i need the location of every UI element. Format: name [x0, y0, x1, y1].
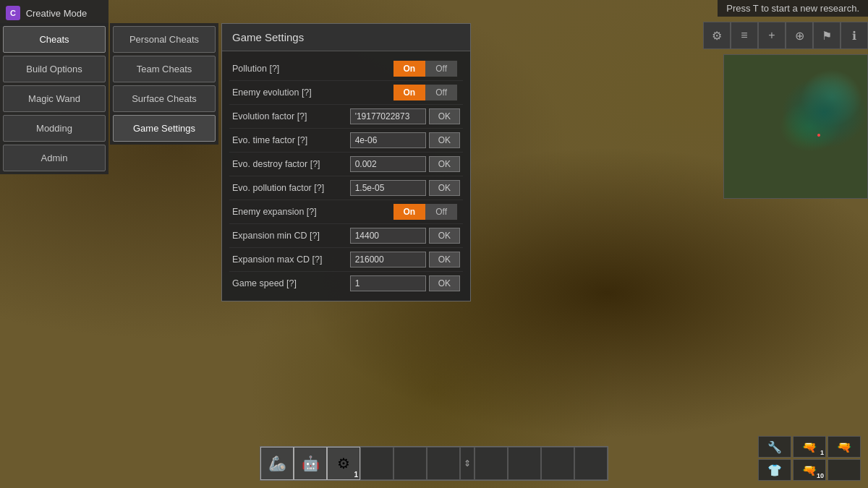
weapon-slot-2[interactable]: 🔫 1: [793, 436, 826, 458]
input-expansion-max-cd[interactable]: [350, 252, 426, 267]
toggle-pollution-off[interactable]: Off: [425, 61, 457, 77]
armor-icon: 👕: [767, 463, 782, 477]
toggle-enemy-evolution-off[interactable]: Off: [425, 85, 457, 100]
input-expansion-min-cd[interactable]: [350, 228, 426, 244]
submenu-surface-cheats[interactable]: Surface Cheats: [113, 85, 216, 112]
minimap-inner: [724, 55, 867, 198]
weapon-slot-1[interactable]: 🔧: [758, 436, 791, 458]
setting-row-evo-time-factor: Evo. time factor [?] OK: [229, 129, 463, 153]
weapon-row-2: 👕 🔫 10: [758, 459, 861, 481]
input-game-speed[interactable]: [350, 275, 426, 291]
setting-label-enemy-evolution: Enemy evolution [?]: [232, 87, 393, 98]
minimap[interactable]: [723, 54, 868, 199]
input-evolution-factor[interactable]: [350, 108, 426, 124]
hotbar-slot-6[interactable]: [427, 447, 460, 480]
ammo-icon: 🔫: [802, 463, 817, 477]
setting-row-evo-pollution-factor: Evo. pollution factor [?] OK: [229, 176, 463, 200]
setting-row-game-speed: Game speed [?] OK: [229, 272, 463, 295]
ok-evolution-factor[interactable]: OK: [429, 108, 460, 124]
top-notification: Press T to start a new research.: [718, 0, 868, 17]
setting-label-pollution: Pollution [?]: [232, 64, 393, 74]
weapon-count-2: 1: [820, 449, 824, 456]
weapon-icon-1: 🔧: [767, 440, 782, 454]
hotbar: 🦾 🤖 ⚙ 1 ⇕: [260, 446, 608, 481]
info-button[interactable]: ℹ: [841, 22, 868, 49]
list-button[interactable]: ≡: [731, 22, 758, 49]
input-evo-time-factor[interactable]: [350, 132, 426, 148]
setting-row-expansion-min-cd: Expansion min CD [?] OK: [229, 224, 463, 248]
sidebar-label-build-options: Build Options: [26, 64, 82, 74]
plus-button[interactable]: +: [758, 22, 786, 49]
armor-slot[interactable]: 👕: [758, 459, 791, 481]
submenu-team-cheats[interactable]: Team Cheats: [113, 56, 216, 82]
setting-row-enemy-evolution: Enemy evolution [?] On Off: [229, 81, 463, 105]
notification-text: Press T to start a new research.: [726, 3, 859, 14]
setting-label-evo-destroy-factor: Evo. destroy factor [?]: [232, 159, 350, 169]
top-toolbar: ⚙ ≡ + ⊕ ⚑ ℹ: [703, 22, 868, 49]
sidebar-item-build-options[interactable]: Build Options: [3, 56, 106, 82]
ok-evo-destroy-factor[interactable]: OK: [429, 156, 460, 172]
input-evo-destroy-factor[interactable]: [350, 156, 426, 172]
toggle-enemy-expansion-off[interactable]: Off: [425, 204, 457, 220]
hotbar-slot-7[interactable]: [475, 447, 508, 480]
setting-label-evo-time-factor: Evo. time factor [?]: [232, 135, 350, 145]
setting-row-enemy-expansion: Enemy expansion [?] On Off: [229, 200, 463, 224]
hotbar-slot-1[interactable]: 🦾: [260, 447, 294, 480]
toggle-pollution-on[interactable]: On: [393, 61, 426, 77]
hotbar-item-icon-1: 🦾: [268, 455, 286, 472]
toggle-pollution: On Off: [393, 61, 457, 77]
submenu-personal-cheats[interactable]: Personal Cheats: [113, 26, 216, 53]
setting-row-evo-destroy-factor: Evo. destroy factor [?] OK: [229, 153, 463, 176]
sidebar-label-cheats: Cheats: [39, 34, 69, 45]
ok-expansion-min-cd[interactable]: OK: [429, 228, 460, 244]
cheats-submenu: Personal Cheats Team Cheats Surface Chea…: [110, 23, 218, 145]
ok-evo-pollution-factor[interactable]: OK: [429, 180, 460, 196]
hotbar-slot-2[interactable]: 🤖: [294, 447, 327, 480]
hotbar-slot-3[interactable]: ⚙ 1: [327, 447, 360, 480]
hotbar-slot-5[interactable]: [393, 447, 427, 480]
left-sidebar: Cheats Build Options Magic Wand Modding …: [0, 23, 109, 174]
ammo-slot[interactable]: 🔫 10: [793, 459, 826, 481]
hotbar-slot-4[interactable]: [360, 447, 393, 480]
sidebar-item-cheats[interactable]: Cheats: [3, 26, 106, 53]
hotbar-slot-10[interactable]: [574, 447, 608, 480]
sidebar-label-magic-wand: Magic Wand: [28, 93, 80, 104]
toggle-enemy-evolution: On Off: [393, 85, 457, 100]
setting-label-evolution-factor: Evolution factor [?]: [232, 111, 350, 121]
hotbar-slot-8[interactable]: [508, 447, 541, 480]
hotbar-slot-9[interactable]: [541, 447, 574, 480]
settings-button[interactable]: ⚙: [703, 22, 731, 49]
creative-mode-icon: C: [6, 6, 20, 20]
minimap-dot: [817, 134, 820, 137]
weapon-icon-3: 🔫: [837, 440, 851, 454]
setting-label-expansion-max-cd: Expansion max CD [?]: [232, 254, 350, 265]
setting-label-enemy-expansion: Enemy expansion [?]: [232, 207, 393, 217]
submenu-label-surface: Surface Cheats: [132, 93, 197, 104]
toggle-enemy-expansion-on[interactable]: On: [393, 204, 426, 220]
map-button[interactable]: ⊕: [786, 22, 813, 49]
hotbar-item-count-3: 1: [354, 471, 358, 479]
sidebar-item-admin[interactable]: Admin: [3, 145, 106, 171]
factory-button[interactable]: ⚑: [813, 22, 841, 49]
hotbar-item-icon-2: 🤖: [302, 455, 320, 472]
right-hotbar: 🔧 🔫 1 🔫 👕 🔫 10: [758, 436, 861, 481]
weapon-icon-2: 🔫: [802, 440, 817, 454]
sidebar-item-modding[interactable]: Modding: [3, 115, 106, 142]
submenu-game-settings[interactable]: Game Settings: [113, 115, 216, 142]
game-settings-panel: Game Settings Pollution [?] On Off Enemy…: [221, 23, 471, 301]
sidebar-item-magic-wand[interactable]: Magic Wand: [3, 85, 106, 112]
ok-expansion-max-cd[interactable]: OK: [429, 252, 460, 267]
submenu-label-team: Team Cheats: [137, 64, 192, 74]
setting-label-expansion-min-cd: Expansion min CD [?]: [232, 231, 350, 241]
input-evo-pollution-factor[interactable]: [350, 180, 426, 196]
extra-slot[interactable]: [827, 459, 861, 481]
ammo-count: 10: [817, 472, 824, 479]
hotbar-arrow[interactable]: ⇕: [460, 447, 475, 480]
setting-label-game-speed: Game speed [?]: [232, 278, 350, 288]
sidebar-label-modding: Modding: [36, 123, 72, 134]
toggle-enemy-evolution-on[interactable]: On: [393, 85, 426, 100]
weapon-slot-3[interactable]: 🔫: [827, 436, 861, 458]
submenu-label-personal: Personal Cheats: [129, 34, 199, 45]
ok-evo-time-factor[interactable]: OK: [429, 132, 460, 148]
ok-game-speed[interactable]: OK: [429, 275, 460, 291]
